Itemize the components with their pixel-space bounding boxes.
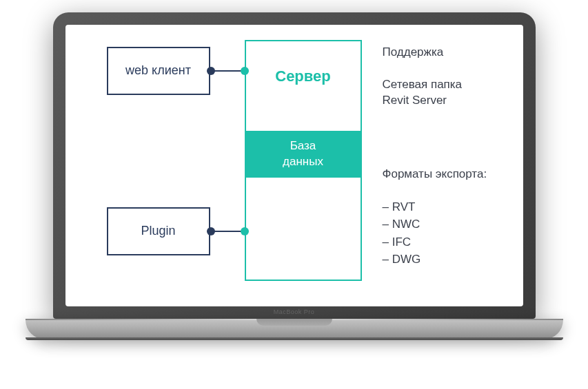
database-box: База данных — [245, 131, 362, 178]
export-item: – NWC — [383, 215, 421, 233]
database-label: База данных — [283, 138, 323, 169]
support-list: Сетевая папка Revit Server — [383, 76, 463, 109]
laptop-feet — [26, 337, 563, 340]
connector-dot-icon — [241, 67, 249, 75]
export-item: – DWG — [383, 251, 421, 269]
connector-dot-icon — [241, 227, 249, 235]
export-item: – RVT — [383, 198, 421, 216]
support-heading: Поддержка — [383, 44, 444, 61]
laptop-brand-label: MacBook Pro — [274, 308, 315, 315]
architecture-diagram: web клиент Plugin Сервер База данных — [65, 25, 523, 306]
plugin-box: Plugin — [107, 207, 210, 255]
plugin-label: Plugin — [141, 224, 175, 238]
connector-dot-icon — [207, 227, 215, 235]
web-client-box: web клиент — [107, 47, 210, 95]
laptop-display: web клиент Plugin Сервер База данных — [65, 25, 523, 306]
connector-plugin-server — [210, 231, 245, 232]
laptop-base — [26, 319, 563, 339]
connector-dot-icon — [207, 67, 215, 75]
export-heading: Форматы экспорта: — [383, 166, 487, 182]
web-client-label: web клиент — [125, 63, 191, 78]
server-title: Сервер — [246, 67, 361, 85]
export-item: – IFC — [383, 233, 421, 251]
laptop-bezel: web клиент Plugin Сервер База данных — [53, 12, 536, 319]
server-box: Сервер База данных — [245, 40, 362, 281]
laptop-notch — [256, 319, 332, 326]
support-item: Revit Server — [383, 92, 463, 109]
export-format-list: – RVT – NWC – IFC – DWG — [383, 198, 421, 269]
laptop-mockup: web клиент Plugin Сервер База данных — [26, 12, 563, 377]
support-item: Сетевая папка — [383, 76, 463, 93]
connector-web-server — [210, 70, 245, 72]
